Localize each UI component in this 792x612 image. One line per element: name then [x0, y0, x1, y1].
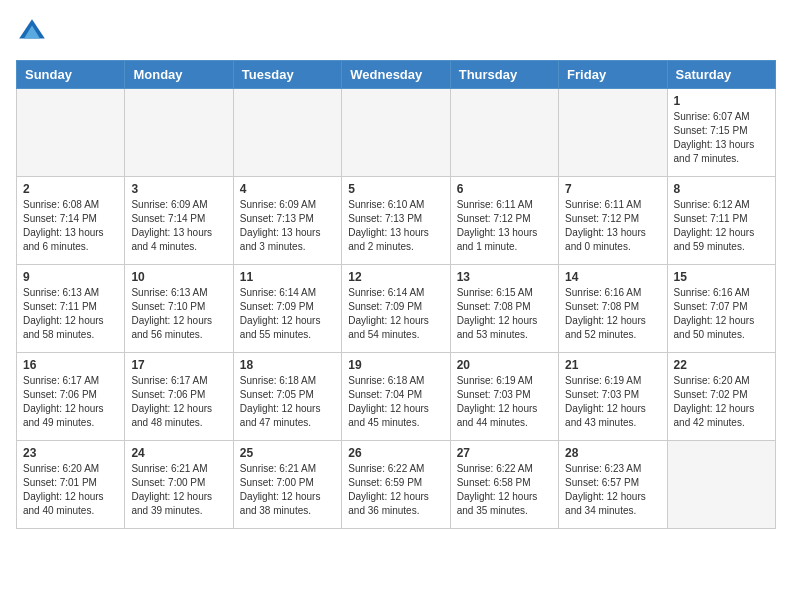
- calendar-header-row: SundayMondayTuesdayWednesdayThursdayFrid…: [17, 61, 776, 89]
- day-number: 27: [457, 446, 552, 460]
- calendar-cell: 9Sunrise: 6:13 AMSunset: 7:11 PMDaylight…: [17, 265, 125, 353]
- day-info: Sunrise: 6:11 AMSunset: 7:12 PMDaylight:…: [565, 198, 660, 254]
- calendar-cell: 15Sunrise: 6:16 AMSunset: 7:07 PMDayligh…: [667, 265, 775, 353]
- day-info: Sunrise: 6:08 AMSunset: 7:14 PMDaylight:…: [23, 198, 118, 254]
- day-info: Sunrise: 6:19 AMSunset: 7:03 PMDaylight:…: [565, 374, 660, 430]
- day-number: 26: [348, 446, 443, 460]
- week-row-3: 9Sunrise: 6:13 AMSunset: 7:11 PMDaylight…: [17, 265, 776, 353]
- calendar-cell: [342, 89, 450, 177]
- calendar-cell: 24Sunrise: 6:21 AMSunset: 7:00 PMDayligh…: [125, 441, 233, 529]
- page-header: [16, 16, 776, 48]
- calendar-cell: 23Sunrise: 6:20 AMSunset: 7:01 PMDayligh…: [17, 441, 125, 529]
- calendar-cell: 11Sunrise: 6:14 AMSunset: 7:09 PMDayligh…: [233, 265, 341, 353]
- calendar-cell: 21Sunrise: 6:19 AMSunset: 7:03 PMDayligh…: [559, 353, 667, 441]
- day-number: 28: [565, 446, 660, 460]
- day-info: Sunrise: 6:22 AMSunset: 6:58 PMDaylight:…: [457, 462, 552, 518]
- day-number: 25: [240, 446, 335, 460]
- day-info: Sunrise: 6:09 AMSunset: 7:13 PMDaylight:…: [240, 198, 335, 254]
- day-info: Sunrise: 6:21 AMSunset: 7:00 PMDaylight:…: [240, 462, 335, 518]
- day-number: 19: [348, 358, 443, 372]
- day-number: 18: [240, 358, 335, 372]
- col-header-friday: Friday: [559, 61, 667, 89]
- week-row-2: 2Sunrise: 6:08 AMSunset: 7:14 PMDaylight…: [17, 177, 776, 265]
- calendar-cell: [125, 89, 233, 177]
- day-number: 10: [131, 270, 226, 284]
- day-info: Sunrise: 6:17 AMSunset: 7:06 PMDaylight:…: [23, 374, 118, 430]
- day-number: 24: [131, 446, 226, 460]
- week-row-1: 1Sunrise: 6:07 AMSunset: 7:15 PMDaylight…: [17, 89, 776, 177]
- day-number: 21: [565, 358, 660, 372]
- day-info: Sunrise: 6:09 AMSunset: 7:14 PMDaylight:…: [131, 198, 226, 254]
- calendar-cell: 10Sunrise: 6:13 AMSunset: 7:10 PMDayligh…: [125, 265, 233, 353]
- day-info: Sunrise: 6:19 AMSunset: 7:03 PMDaylight:…: [457, 374, 552, 430]
- logo-icon: [16, 16, 48, 48]
- day-info: Sunrise: 6:12 AMSunset: 7:11 PMDaylight:…: [674, 198, 769, 254]
- day-info: Sunrise: 6:18 AMSunset: 7:04 PMDaylight:…: [348, 374, 443, 430]
- day-number: 20: [457, 358, 552, 372]
- day-number: 9: [23, 270, 118, 284]
- col-header-wednesday: Wednesday: [342, 61, 450, 89]
- day-info: Sunrise: 6:18 AMSunset: 7:05 PMDaylight:…: [240, 374, 335, 430]
- logo: [16, 16, 52, 48]
- day-number: 23: [23, 446, 118, 460]
- calendar-cell: [667, 441, 775, 529]
- day-number: 2: [23, 182, 118, 196]
- col-header-saturday: Saturday: [667, 61, 775, 89]
- calendar-cell: 1Sunrise: 6:07 AMSunset: 7:15 PMDaylight…: [667, 89, 775, 177]
- day-info: Sunrise: 6:22 AMSunset: 6:59 PMDaylight:…: [348, 462, 443, 518]
- day-number: 15: [674, 270, 769, 284]
- calendar-cell: 25Sunrise: 6:21 AMSunset: 7:00 PMDayligh…: [233, 441, 341, 529]
- day-info: Sunrise: 6:16 AMSunset: 7:07 PMDaylight:…: [674, 286, 769, 342]
- day-info: Sunrise: 6:15 AMSunset: 7:08 PMDaylight:…: [457, 286, 552, 342]
- calendar-cell: [17, 89, 125, 177]
- day-info: Sunrise: 6:14 AMSunset: 7:09 PMDaylight:…: [240, 286, 335, 342]
- week-row-5: 23Sunrise: 6:20 AMSunset: 7:01 PMDayligh…: [17, 441, 776, 529]
- day-info: Sunrise: 6:23 AMSunset: 6:57 PMDaylight:…: [565, 462, 660, 518]
- day-info: Sunrise: 6:21 AMSunset: 7:00 PMDaylight:…: [131, 462, 226, 518]
- day-info: Sunrise: 6:20 AMSunset: 7:02 PMDaylight:…: [674, 374, 769, 430]
- day-info: Sunrise: 6:14 AMSunset: 7:09 PMDaylight:…: [348, 286, 443, 342]
- day-number: 8: [674, 182, 769, 196]
- day-info: Sunrise: 6:16 AMSunset: 7:08 PMDaylight:…: [565, 286, 660, 342]
- calendar-cell: 28Sunrise: 6:23 AMSunset: 6:57 PMDayligh…: [559, 441, 667, 529]
- calendar-cell: 7Sunrise: 6:11 AMSunset: 7:12 PMDaylight…: [559, 177, 667, 265]
- day-number: 6: [457, 182, 552, 196]
- day-number: 4: [240, 182, 335, 196]
- calendar-cell: 13Sunrise: 6:15 AMSunset: 7:08 PMDayligh…: [450, 265, 558, 353]
- day-number: 5: [348, 182, 443, 196]
- calendar-cell: 17Sunrise: 6:17 AMSunset: 7:06 PMDayligh…: [125, 353, 233, 441]
- day-number: 22: [674, 358, 769, 372]
- day-number: 17: [131, 358, 226, 372]
- calendar-cell: 14Sunrise: 6:16 AMSunset: 7:08 PMDayligh…: [559, 265, 667, 353]
- calendar-cell: [233, 89, 341, 177]
- col-header-thursday: Thursday: [450, 61, 558, 89]
- calendar-cell: 4Sunrise: 6:09 AMSunset: 7:13 PMDaylight…: [233, 177, 341, 265]
- calendar-table: SundayMondayTuesdayWednesdayThursdayFrid…: [16, 60, 776, 529]
- day-info: Sunrise: 6:07 AMSunset: 7:15 PMDaylight:…: [674, 110, 769, 166]
- day-info: Sunrise: 6:17 AMSunset: 7:06 PMDaylight:…: [131, 374, 226, 430]
- day-number: 13: [457, 270, 552, 284]
- calendar-cell: 26Sunrise: 6:22 AMSunset: 6:59 PMDayligh…: [342, 441, 450, 529]
- col-header-monday: Monday: [125, 61, 233, 89]
- calendar-cell: 5Sunrise: 6:10 AMSunset: 7:13 PMDaylight…: [342, 177, 450, 265]
- calendar-cell: 18Sunrise: 6:18 AMSunset: 7:05 PMDayligh…: [233, 353, 341, 441]
- day-number: 12: [348, 270, 443, 284]
- day-number: 16: [23, 358, 118, 372]
- day-number: 14: [565, 270, 660, 284]
- calendar-cell: 3Sunrise: 6:09 AMSunset: 7:14 PMDaylight…: [125, 177, 233, 265]
- calendar-cell: 16Sunrise: 6:17 AMSunset: 7:06 PMDayligh…: [17, 353, 125, 441]
- day-info: Sunrise: 6:10 AMSunset: 7:13 PMDaylight:…: [348, 198, 443, 254]
- calendar-cell: 2Sunrise: 6:08 AMSunset: 7:14 PMDaylight…: [17, 177, 125, 265]
- calendar-cell: 6Sunrise: 6:11 AMSunset: 7:12 PMDaylight…: [450, 177, 558, 265]
- calendar-cell: [450, 89, 558, 177]
- calendar-cell: [559, 89, 667, 177]
- calendar-cell: 12Sunrise: 6:14 AMSunset: 7:09 PMDayligh…: [342, 265, 450, 353]
- day-number: 1: [674, 94, 769, 108]
- day-number: 7: [565, 182, 660, 196]
- calendar-cell: 19Sunrise: 6:18 AMSunset: 7:04 PMDayligh…: [342, 353, 450, 441]
- calendar-cell: 27Sunrise: 6:22 AMSunset: 6:58 PMDayligh…: [450, 441, 558, 529]
- week-row-4: 16Sunrise: 6:17 AMSunset: 7:06 PMDayligh…: [17, 353, 776, 441]
- day-info: Sunrise: 6:13 AMSunset: 7:11 PMDaylight:…: [23, 286, 118, 342]
- day-info: Sunrise: 6:11 AMSunset: 7:12 PMDaylight:…: [457, 198, 552, 254]
- calendar-cell: 8Sunrise: 6:12 AMSunset: 7:11 PMDaylight…: [667, 177, 775, 265]
